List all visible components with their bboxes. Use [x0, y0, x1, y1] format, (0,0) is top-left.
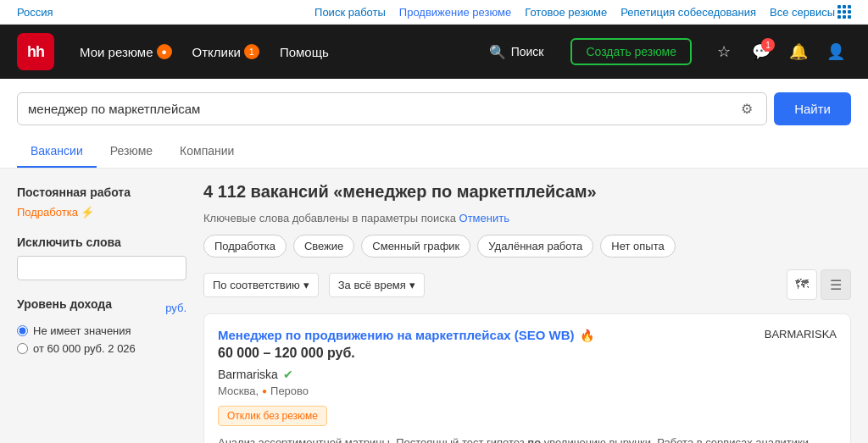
- company-name: Barmariska: [218, 368, 278, 381]
- chip-2[interactable]: Сменный график: [361, 235, 470, 257]
- profile-button[interactable]: 👤: [821, 36, 851, 67]
- exclude-section: Исключить слова: [17, 235, 186, 280]
- income-section: Уровень дохода руб. Не имеет значения от…: [17, 297, 186, 355]
- top-link-search[interactable]: Поиск работы: [314, 6, 386, 19]
- view-list-button[interactable]: ☰: [821, 269, 851, 300]
- income-radio-0[interactable]: [17, 325, 28, 336]
- top-links: Поиск работы Продвижение резюме Готовое …: [314, 5, 851, 19]
- my-resumes-dot: ●: [157, 44, 172, 59]
- exclude-title: Исключить слова: [17, 235, 186, 249]
- star-icon: ☆: [717, 42, 731, 61]
- job-title-link[interactable]: Менеджер по продвижению на маркетплейсах…: [218, 328, 594, 342]
- notifications-button[interactable]: 🔔: [783, 36, 814, 67]
- hh-logo[interactable]: hh: [17, 33, 54, 70]
- job-desc-1: Анализ ассортиментной матрицы. Постоянны…: [218, 435, 837, 443]
- all-services-label: Все сервисы: [770, 6, 835, 19]
- tab-companies[interactable]: Компании: [166, 136, 248, 168]
- chip-1[interactable]: Свежие: [293, 235, 354, 257]
- top-link-interview[interactable]: Репетиция собеседования: [620, 6, 756, 19]
- fire-icon: 🔥: [580, 329, 594, 342]
- messages-button[interactable]: 💬 1: [746, 36, 776, 67]
- income-option-0[interactable]: Не имеет значения: [17, 324, 186, 337]
- top-link-promote[interactable]: Продвижение резюме: [399, 6, 511, 19]
- company-name-right: BARMARISKA: [765, 328, 837, 341]
- search-icon: 🔍: [489, 44, 506, 60]
- company-row: Barmariska ✔: [218, 368, 837, 381]
- header-nav: Мои резюме ● Отклики 1 Помощь: [71, 39, 337, 64]
- search-row: ⚙ Найти: [17, 92, 851, 125]
- header-icons: ☆ 💬 1 🔔 👤: [709, 36, 851, 67]
- top-link-resume[interactable]: Готовое резюме: [525, 6, 607, 19]
- search-input-wrap: ⚙: [17, 92, 767, 125]
- region-link[interactable]: Россия: [17, 6, 53, 19]
- filter-icon[interactable]: ⚙: [737, 97, 756, 120]
- income-title: Уровень дохода: [17, 297, 112, 311]
- sidebar: Постоянная работа Подработка ⚡ Исключить…: [17, 169, 186, 443]
- chip-4[interactable]: Нет опыта: [600, 235, 675, 257]
- user-icon: 👤: [826, 42, 845, 61]
- search-input[interactable]: [28, 93, 737, 125]
- chevron-down-icon: ▾: [303, 279, 309, 291]
- create-resume-button[interactable]: Создать резюме: [570, 38, 692, 65]
- results-title: 4 112 вакансий «менеджер по маркетплейса…: [203, 182, 851, 202]
- rub-link[interactable]: руб.: [165, 302, 186, 314]
- chip-0[interactable]: Подработка: [203, 235, 287, 257]
- tabs: Вакансии Резюме Компании: [17, 136, 851, 168]
- header: hh Мои резюме ● Отклики 1 Помощь 🔍 Поиск…: [0, 25, 868, 79]
- nav-responses[interactable]: Отклики 1: [184, 39, 268, 64]
- list-icon: ☰: [830, 277, 842, 293]
- keyword-hint: Ключевые слова добавлены в параметры пои…: [203, 212, 851, 224]
- job-card: Менеджер по продвижению на маркетплейсах…: [203, 313, 851, 443]
- sidebar-parttime-link[interactable]: Подработка ⚡: [17, 206, 186, 219]
- search-button[interactable]: Найти: [774, 92, 851, 125]
- all-services-link[interactable]: Все сервисы: [770, 5, 851, 19]
- sort-period-select[interactable]: За всё время ▾: [329, 273, 425, 297]
- nav-my-resumes[interactable]: Мои резюме ●: [71, 39, 181, 64]
- bell-icon: 🔔: [789, 42, 808, 61]
- tab-resumes[interactable]: Резюме: [97, 136, 166, 168]
- location-dot: ●: [262, 386, 267, 396]
- top-bar: Россия Поиск работы Продвижение резюме Г…: [0, 0, 868, 25]
- work-type-section: Постоянная работа Подработка ⚡: [17, 186, 186, 219]
- favorites-button[interactable]: ☆: [709, 36, 739, 67]
- job-card-header: Менеджер по продвижению на маркетплейсах…: [218, 328, 837, 342]
- location-row: Москва, ● Перово: [218, 385, 837, 397]
- results-area: 4 112 вакансий «менеджер по маркетплейса…: [203, 169, 851, 443]
- job-description: Анализ ассортиментной матрицы. Постоянны…: [218, 435, 837, 443]
- message-badge: 1: [761, 38, 775, 52]
- work-type-title: Постоянная работа: [17, 186, 186, 199]
- view-toggle: 🗺 ☰: [787, 269, 851, 300]
- salary: 60 000 – 120 000 руб.: [218, 346, 837, 361]
- cancel-link[interactable]: Отменить: [459, 212, 509, 224]
- sort-selects: По соответствию ▾ За всё время ▾: [203, 273, 425, 297]
- income-radio-1[interactable]: [17, 343, 28, 354]
- header-search-button[interactable]: 🔍 Поиск: [479, 39, 554, 65]
- location-district: Перово: [270, 385, 309, 397]
- sort-row: По соответствию ▾ За всё время ▾ 🗺 ☰: [203, 269, 851, 300]
- location-city: Москва,: [218, 385, 259, 397]
- tab-vacancies[interactable]: Вакансии: [17, 136, 97, 168]
- sort-by-select[interactable]: По соответствию ▾: [203, 273, 319, 297]
- income-option-1[interactable]: от 60 000 руб. 2 026: [17, 342, 186, 355]
- grid-icon: [837, 5, 851, 19]
- map-icon: 🗺: [795, 277, 809, 292]
- exclude-input[interactable]: [17, 256, 186, 280]
- chevron-down-icon-2: ▾: [409, 279, 415, 291]
- income-radio-group: Не имеет значения от 60 000 руб. 2 026: [17, 324, 186, 355]
- main-content: Постоянная работа Подработка ⚡ Исключить…: [0, 169, 868, 443]
- income-header: Уровень дохода руб.: [17, 297, 186, 318]
- view-map-button[interactable]: 🗺: [787, 269, 817, 300]
- responses-badge: 1: [244, 44, 259, 59]
- nav-help[interactable]: Помощь: [271, 40, 337, 64]
- chip-3[interactable]: Удалённая работа: [477, 235, 593, 257]
- verified-icon: ✔: [283, 368, 293, 381]
- filter-chips: Подработка Свежие Сменный график Удалённ…: [203, 235, 851, 257]
- response-badge[interactable]: Отклик без резюме: [218, 406, 327, 426]
- search-section: ⚙ Найти Вакансии Резюме Компании: [0, 79, 868, 169]
